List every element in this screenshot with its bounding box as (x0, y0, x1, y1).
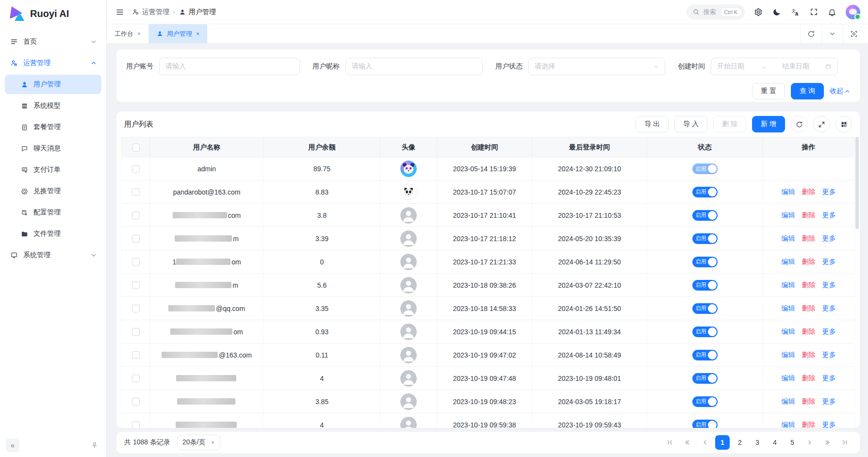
sidebar-item-payment-orders[interactable]: 支付订单 (5, 160, 101, 180)
status-toggle[interactable]: 启用 (692, 257, 718, 267)
action-delete-link[interactable]: 删除 (802, 397, 816, 406)
close-icon[interactable]: × (196, 31, 199, 37)
action-delete-link[interactable]: 删除 (802, 258, 816, 266)
chevron-down-icon[interactable] (821, 24, 843, 43)
dark-mode-moon-icon[interactable] (772, 7, 782, 17)
scrollbar-thumb[interactable] (855, 137, 859, 229)
action-delete-link[interactable]: 删除 (802, 234, 816, 243)
row-checkbox[interactable] (132, 421, 140, 428)
tab-user-management[interactable]: 用户管理 × (149, 24, 207, 43)
sidebar-item-system-model[interactable]: 系统模型 (5, 96, 101, 115)
global-search[interactable]: 搜索 Ctrl K (687, 4, 745, 20)
status-toggle[interactable]: 启用 (692, 396, 718, 407)
action-more-link[interactable]: 更多 (822, 188, 836, 196)
pagination-page-4[interactable]: 4 (768, 435, 782, 450)
action-edit-link[interactable]: 编辑 (782, 304, 795, 313)
export-button[interactable]: 导 出 (636, 116, 669, 132)
row-checkbox[interactable] (132, 188, 140, 196)
add-button[interactable]: 新 增 (752, 116, 785, 132)
action-more-link[interactable]: 更多 (822, 421, 836, 428)
action-edit-link[interactable]: 编辑 (782, 351, 795, 359)
close-icon[interactable]: × (137, 31, 141, 37)
status-toggle[interactable]: 启用 (692, 280, 718, 291)
import-button[interactable]: 导 入 (674, 116, 707, 132)
action-more-link[interactable]: 更多 (822, 327, 836, 336)
status-toggle[interactable]: 启用 (692, 373, 718, 384)
reset-button[interactable]: 重 置 (752, 83, 785, 99)
language-translate-icon[interactable]: 文A (790, 7, 800, 17)
row-checkbox[interactable] (132, 258, 140, 266)
sidebar-item-home[interactable]: 首页 (5, 32, 101, 51)
action-delete-link[interactable]: 删除 (802, 374, 816, 383)
refresh-icon[interactable] (800, 24, 821, 43)
user-avatar[interactable] (846, 5, 860, 19)
action-delete-link[interactable]: 删除 (802, 281, 816, 290)
select-all-checkbox[interactable] (132, 144, 140, 151)
pagination-page-3[interactable]: 3 (750, 435, 765, 450)
tab-workbench[interactable]: 工作台 × (107, 24, 149, 43)
sidebar-item-plan-management[interactable]: 套餐管理 (5, 117, 101, 137)
fullscreen-icon[interactable] (809, 7, 819, 17)
action-more-link[interactable]: 更多 (822, 258, 836, 266)
action-edit-link[interactable]: 编辑 (782, 397, 795, 406)
action-more-link[interactable]: 更多 (822, 374, 836, 383)
sidebar-item-system[interactable]: 系统管理 (5, 245, 101, 265)
action-edit-link[interactable]: 编辑 (782, 421, 795, 428)
row-checkbox[interactable] (132, 165, 140, 173)
action-more-link[interactable]: 更多 (822, 397, 836, 406)
breadcrumb-operations[interactable]: 运营管理 (132, 8, 169, 16)
action-edit-link[interactable]: 编辑 (782, 281, 795, 290)
action-more-link[interactable]: 更多 (822, 211, 836, 220)
action-delete-link[interactable]: 删除 (802, 188, 816, 196)
status-select[interactable]: 请选择 (528, 58, 665, 75)
refresh-table-icon[interactable] (791, 116, 807, 132)
action-edit-link[interactable]: 编辑 (782, 258, 795, 266)
pagination-first-button[interactable] (663, 435, 677, 450)
status-toggle[interactable]: 启用 (692, 163, 718, 174)
sidebar-item-chat-messages[interactable]: 聊天消息 (5, 139, 101, 158)
action-edit-link[interactable]: 编辑 (782, 374, 795, 383)
pin-icon[interactable] (89, 440, 100, 451)
notifications-bell-icon[interactable] (827, 7, 837, 17)
action-edit-link[interactable]: 编辑 (782, 188, 795, 196)
action-delete-link[interactable]: 删除 (802, 351, 816, 359)
status-toggle[interactable]: 启用 (692, 187, 718, 197)
row-checkbox[interactable] (132, 328, 140, 336)
status-toggle[interactable]: 启用 (692, 326, 718, 337)
collapse-filter-link[interactable]: 收起 (830, 87, 850, 96)
sidebar-item-file-management[interactable]: 文件管理 (5, 224, 101, 244)
pagination-next-group-button[interactable] (820, 435, 835, 450)
action-delete-link[interactable]: 删除 (802, 211, 816, 220)
status-toggle[interactable]: 启用 (692, 210, 718, 221)
menu-toggle-icon[interactable] (115, 7, 125, 17)
nickname-input[interactable]: 请输入 (345, 58, 483, 75)
sidebar-item-redeem-management[interactable]: 兑换管理 (5, 181, 101, 201)
pagination-page-5[interactable]: 5 (785, 435, 800, 450)
pagination-page-1[interactable]: 1 (715, 435, 730, 450)
sidebar-item-user-management[interactable]: 用户管理 (5, 75, 101, 94)
action-edit-link[interactable]: 编辑 (782, 211, 795, 220)
row-checkbox[interactable] (132, 212, 140, 219)
action-more-link[interactable]: 更多 (822, 281, 836, 290)
row-checkbox[interactable] (132, 305, 140, 312)
sidebar-collapse-button[interactable]: « (6, 439, 19, 452)
row-checkbox[interactable] (132, 398, 140, 406)
column-settings-icon[interactable] (835, 116, 852, 132)
action-more-link[interactable]: 更多 (822, 234, 836, 243)
row-checkbox[interactable] (132, 281, 140, 289)
sidebar-item-operations[interactable]: 运营管理 (5, 53, 101, 73)
delete-button[interactable]: 删 除 (713, 116, 746, 132)
maximize-content-icon[interactable] (843, 24, 864, 43)
breadcrumb-user-management[interactable]: 用户管理 (179, 8, 216, 16)
pagination-prev-button[interactable] (698, 435, 712, 450)
pagination-prev-group-button[interactable] (680, 435, 695, 450)
page-size-select[interactable]: 20条/页 ▼ (177, 435, 220, 450)
pagination-last-button[interactable] (837, 435, 852, 450)
pagination-page-2[interactable]: 2 (733, 435, 747, 450)
date-range-input[interactable]: 开始日期 → 结束日期 (711, 58, 838, 75)
action-edit-link[interactable]: 编辑 (782, 327, 795, 336)
action-edit-link[interactable]: 编辑 (782, 234, 795, 243)
status-toggle[interactable]: 启用 (692, 350, 718, 360)
action-more-link[interactable]: 更多 (822, 304, 836, 313)
pagination-next-button[interactable] (802, 435, 817, 450)
